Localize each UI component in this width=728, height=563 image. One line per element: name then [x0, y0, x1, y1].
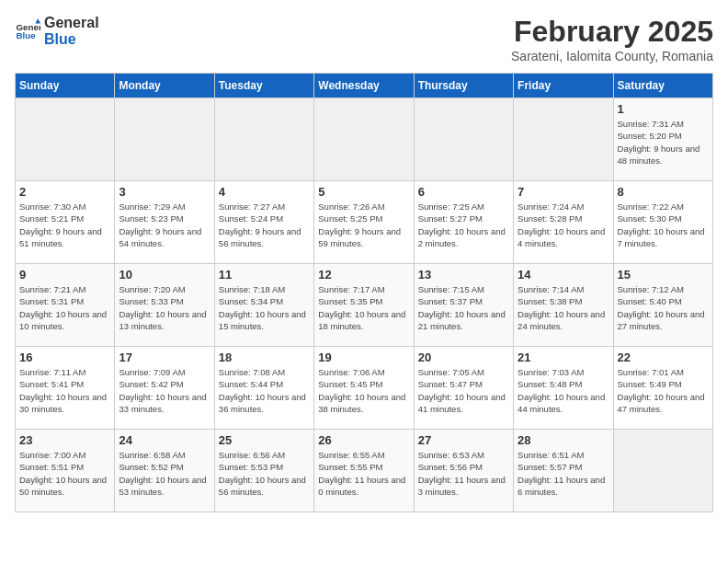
- calendar-cell: 10Sunrise: 7:20 AM Sunset: 5:33 PM Dayli…: [115, 264, 214, 347]
- day-info: Sunrise: 7:08 AM Sunset: 5:44 PM Dayligh…: [219, 366, 310, 415]
- header: General Blue General Blue February 2025 …: [15, 15, 713, 63]
- calendar-cell: [414, 98, 513, 181]
- day-info: Sunrise: 7:00 AM Sunset: 5:51 PM Dayligh…: [19, 449, 110, 498]
- calendar-cell: 19Sunrise: 7:06 AM Sunset: 5:45 PM Dayli…: [314, 347, 414, 430]
- day-number: 12: [318, 268, 409, 282]
- day-number: 28: [518, 433, 609, 447]
- calendar-cell: 26Sunrise: 6:55 AM Sunset: 5:55 PM Dayli…: [314, 430, 414, 512]
- weekday-header-thursday: Thursday: [414, 74, 513, 98]
- day-info: Sunrise: 7:30 AM Sunset: 5:21 PM Dayligh…: [19, 201, 110, 249]
- day-number: 20: [418, 350, 509, 364]
- calendar-cell: 23Sunrise: 7:00 AM Sunset: 5:51 PM Dayli…: [16, 430, 115, 512]
- day-info: Sunrise: 7:24 AM Sunset: 5:28 PM Dayligh…: [518, 201, 609, 249]
- calendar-week-row: 16Sunrise: 7:11 AM Sunset: 5:41 PM Dayli…: [16, 347, 713, 430]
- weekday-header-sunday: Sunday: [16, 74, 115, 98]
- day-number: 6: [418, 185, 509, 199]
- weekday-header-wednesday: Wednesday: [314, 74, 414, 98]
- day-number: 7: [518, 185, 609, 199]
- day-number: 4: [219, 185, 310, 199]
- day-number: 22: [618, 350, 709, 364]
- calendar-cell: [16, 98, 115, 181]
- day-info: Sunrise: 7:14 AM Sunset: 5:38 PM Dayligh…: [518, 283, 609, 332]
- calendar-cell: 15Sunrise: 7:12 AM Sunset: 5:40 PM Dayli…: [613, 264, 712, 347]
- calendar-cell: 1Sunrise: 7:31 AM Sunset: 5:20 PM Daylig…: [613, 98, 712, 181]
- calendar-cell: [214, 98, 313, 181]
- calendar-cell: 17Sunrise: 7:09 AM Sunset: 5:42 PM Dayli…: [115, 347, 214, 430]
- calendar-week-row: 23Sunrise: 7:00 AM Sunset: 5:51 PM Dayli…: [16, 430, 713, 512]
- day-info: Sunrise: 7:01 AM Sunset: 5:49 PM Dayligh…: [618, 366, 709, 415]
- day-info: Sunrise: 6:56 AM Sunset: 5:53 PM Dayligh…: [219, 449, 310, 498]
- day-number: 19: [318, 350, 409, 364]
- calendar-cell: 8Sunrise: 7:22 AM Sunset: 5:30 PM Daylig…: [613, 181, 712, 264]
- calendar-cell: 20Sunrise: 7:05 AM Sunset: 5:47 PM Dayli…: [414, 347, 513, 430]
- month-year-title: February 2025: [511, 15, 713, 49]
- calendar-cell: [115, 98, 214, 181]
- day-number: 24: [119, 433, 210, 447]
- svg-text:Blue: Blue: [16, 30, 36, 40]
- day-number: 3: [119, 185, 210, 199]
- calendar-cell: 12Sunrise: 7:17 AM Sunset: 5:35 PM Dayli…: [314, 264, 414, 347]
- day-info: Sunrise: 7:26 AM Sunset: 5:25 PM Dayligh…: [318, 201, 409, 249]
- day-info: Sunrise: 6:55 AM Sunset: 5:55 PM Dayligh…: [318, 449, 409, 498]
- logo-general-text: General: [44, 15, 99, 31]
- svg-marker-2: [35, 18, 40, 24]
- weekday-header-tuesday: Tuesday: [214, 74, 313, 98]
- day-info: Sunrise: 7:27 AM Sunset: 5:24 PM Dayligh…: [219, 201, 310, 249]
- logo-blue-text: Blue: [44, 31, 99, 48]
- day-number: 17: [119, 350, 210, 364]
- day-info: Sunrise: 7:22 AM Sunset: 5:30 PM Dayligh…: [618, 201, 709, 249]
- calendar-cell: 6Sunrise: 7:25 AM Sunset: 5:27 PM Daylig…: [414, 181, 513, 264]
- day-number: 23: [19, 433, 110, 447]
- calendar-cell: 5Sunrise: 7:26 AM Sunset: 5:25 PM Daylig…: [314, 181, 414, 264]
- calendar-cell: 21Sunrise: 7:03 AM Sunset: 5:48 PM Dayli…: [514, 347, 613, 430]
- day-number: 15: [618, 268, 709, 282]
- day-number: 8: [618, 185, 709, 199]
- calendar-cell: 24Sunrise: 6:58 AM Sunset: 5:52 PM Dayli…: [115, 430, 214, 512]
- weekday-header-monday: Monday: [115, 74, 214, 98]
- day-info: Sunrise: 7:09 AM Sunset: 5:42 PM Dayligh…: [119, 366, 210, 415]
- day-info: Sunrise: 7:20 AM Sunset: 5:33 PM Dayligh…: [119, 283, 210, 332]
- weekday-header-row: SundayMondayTuesdayWednesdayThursdayFrid…: [16, 74, 713, 98]
- day-number: 11: [219, 268, 310, 282]
- logo-icon: General Blue: [15, 18, 40, 44]
- weekday-header-saturday: Saturday: [613, 74, 712, 98]
- calendar-cell: [514, 98, 613, 181]
- day-number: 5: [318, 185, 409, 199]
- calendar-cell: [613, 430, 712, 512]
- calendar-cell: 18Sunrise: 7:08 AM Sunset: 5:44 PM Dayli…: [214, 347, 313, 430]
- calendar-cell: 27Sunrise: 6:53 AM Sunset: 5:56 PM Dayli…: [414, 430, 513, 512]
- weekday-header-friday: Friday: [514, 74, 613, 98]
- day-info: Sunrise: 7:15 AM Sunset: 5:37 PM Dayligh…: [418, 283, 509, 332]
- day-info: Sunrise: 6:53 AM Sunset: 5:56 PM Dayligh…: [418, 449, 509, 498]
- day-info: Sunrise: 7:05 AM Sunset: 5:47 PM Dayligh…: [418, 366, 509, 415]
- day-number: 10: [119, 268, 210, 282]
- day-info: Sunrise: 7:31 AM Sunset: 5:20 PM Dayligh…: [618, 118, 709, 167]
- calendar-cell: 9Sunrise: 7:21 AM Sunset: 5:31 PM Daylig…: [16, 264, 115, 347]
- day-number: 13: [418, 268, 509, 282]
- calendar-cell: 14Sunrise: 7:14 AM Sunset: 5:38 PM Dayli…: [514, 264, 613, 347]
- day-info: Sunrise: 7:03 AM Sunset: 5:48 PM Dayligh…: [518, 366, 609, 415]
- day-info: Sunrise: 7:06 AM Sunset: 5:45 PM Dayligh…: [318, 366, 409, 415]
- day-number: 14: [518, 268, 609, 282]
- day-info: Sunrise: 7:12 AM Sunset: 5:40 PM Dayligh…: [618, 283, 709, 332]
- day-number: 16: [19, 350, 110, 364]
- calendar-cell: 3Sunrise: 7:29 AM Sunset: 5:23 PM Daylig…: [115, 181, 214, 264]
- calendar-cell: 7Sunrise: 7:24 AM Sunset: 5:28 PM Daylig…: [514, 181, 613, 264]
- day-info: Sunrise: 7:29 AM Sunset: 5:23 PM Dayligh…: [119, 201, 210, 249]
- calendar-cell: 28Sunrise: 6:51 AM Sunset: 5:57 PM Dayli…: [514, 430, 613, 512]
- calendar-cell: 4Sunrise: 7:27 AM Sunset: 5:24 PM Daylig…: [214, 181, 313, 264]
- calendar-week-row: 1Sunrise: 7:31 AM Sunset: 5:20 PM Daylig…: [16, 98, 713, 181]
- calendar-cell: [314, 98, 414, 181]
- calendar-cell: 2Sunrise: 7:30 AM Sunset: 5:21 PM Daylig…: [16, 181, 115, 264]
- calendar-week-row: 2Sunrise: 7:30 AM Sunset: 5:21 PM Daylig…: [16, 181, 713, 264]
- calendar-table: SundayMondayTuesdayWednesdayThursdayFrid…: [15, 73, 713, 512]
- calendar-cell: 25Sunrise: 6:56 AM Sunset: 5:53 PM Dayli…: [214, 430, 313, 512]
- calendar-cell: 11Sunrise: 7:18 AM Sunset: 5:34 PM Dayli…: [214, 264, 313, 347]
- day-info: Sunrise: 6:51 AM Sunset: 5:57 PM Dayligh…: [518, 449, 609, 498]
- day-number: 26: [318, 433, 409, 447]
- day-info: Sunrise: 7:25 AM Sunset: 5:27 PM Dayligh…: [418, 201, 509, 249]
- day-number: 21: [518, 350, 609, 364]
- day-info: Sunrise: 7:11 AM Sunset: 5:41 PM Dayligh…: [19, 366, 110, 415]
- calendar-week-row: 9Sunrise: 7:21 AM Sunset: 5:31 PM Daylig…: [16, 264, 713, 347]
- day-number: 2: [19, 185, 110, 199]
